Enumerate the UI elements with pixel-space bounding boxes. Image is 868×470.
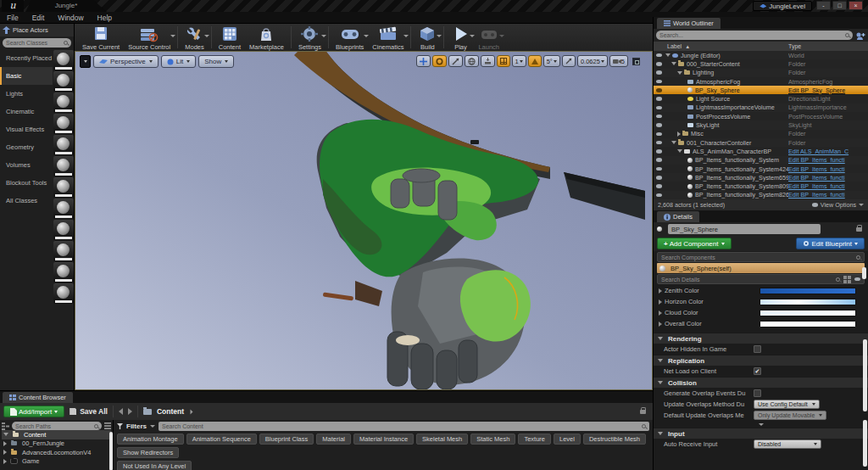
outliner-row[interactable]: MiscFolder [654,130,868,138]
category-geometry[interactable]: Geometry [0,138,53,156]
filter-chip[interactable]: Level [554,434,581,445]
filter-chip[interactable]: Animation Sequence [186,434,257,445]
perspective-button[interactable]: Perspective [93,55,159,68]
outliner-row[interactable]: PostProcessVolumePostProcessVolume [654,112,868,120]
breadcrumb-caret-icon[interactable] [191,409,193,414]
actor-thumbnail[interactable] [53,156,74,176]
filters-button[interactable]: Filters [126,422,147,430]
lock-icon[interactable] [640,410,646,414]
filter-chip[interactable]: Static Mesh [470,434,515,445]
build-button[interactable]: Build [414,25,441,51]
source-control-button[interactable]: Source Control [124,25,175,51]
outliner-row[interactable]: BP_Items_functionally_System8094Edit BP_… [654,182,868,190]
outliner-row[interactable]: BP_Items_functionally_System6596Edit BP_… [654,173,868,182]
visibility-eye-icon[interactable] [656,193,662,198]
zenith-color-swatch[interactable] [760,288,856,294]
scale-snap-value[interactable]: 0.0625 [577,55,608,67]
lit-mode-button[interactable]: Lit [161,55,196,68]
category-cinematic[interactable]: Cinematic [0,103,53,120]
visibility-eye-icon[interactable] [656,149,662,154]
visibility-eye-icon[interactable] [656,115,662,119]
horizon-color-swatch[interactable] [760,299,856,305]
filter-chip[interactable]: Texture [518,434,551,445]
scale-snap-toggle[interactable] [562,55,576,67]
display-filter-icon[interactable] [843,276,851,283]
details-tab[interactable]: Details [657,211,699,222]
details-scrollbar[interactable] [863,420,867,467]
settings-button[interactable]: Settings [294,25,326,51]
project-tab[interactable]: Jungle* [25,0,107,12]
outliner-row[interactable]: Jungle (Editor)World [654,51,868,59]
section-collision[interactable]: Collision [654,377,868,388]
save-all-button[interactable]: Save All [70,407,108,416]
outliner-row[interactable]: 000_StarterContentFolder [654,59,868,68]
outliner-row[interactable]: ALS_AnimMan_CharacterBPEdit ALS_AnimMan_… [654,147,868,155]
filter-chip[interactable]: Show Redirectors [117,447,179,458]
search-classes-input[interactable]: Search Classes [3,38,71,48]
content-browser-tab[interactable]: Content Browser [3,392,73,403]
content-button[interactable]: Content [214,25,245,51]
auto-receive-dropdown[interactable]: Disabled [754,439,821,449]
filter-chip[interactable]: Material Instance [353,434,414,445]
launch-button[interactable]: Launch [474,25,504,51]
surface-snap-button[interactable] [481,55,495,67]
actor-thumbnail[interactable] [53,50,74,70]
category-recently-placed[interactable]: Recently Placed [0,49,53,67]
tree-item-fernjungle[interactable]: 00_FernJungle [2,439,111,449]
actor-thumbnail[interactable] [53,92,74,113]
save-current-button[interactable]: Save Current [78,25,124,51]
tree-item-advancedlocomotion[interactable]: AdvancedLocomotionV4 [2,448,111,457]
actor-thumbnail[interactable] [53,262,74,283]
category-lights[interactable]: Lights [0,85,53,103]
visibility-eye-icon[interactable] [656,80,662,84]
close-button[interactable]: × [849,1,863,10]
back-button[interactable] [119,408,123,415]
outliner-row[interactable]: SkyLightSkyLight [654,120,868,129]
collision-expander[interactable] [654,421,868,428]
overall-color-swatch[interactable] [760,321,856,327]
menu-help[interactable]: Help [97,14,112,22]
search-details-input[interactable]: Search Details [657,274,865,284]
maximize-viewport-button[interactable] [632,58,640,65]
outliner-row[interactable]: BP_Items_functionally_System4246Edit BP_… [654,165,868,173]
eye-icon[interactable] [854,277,860,282]
tree-item-game[interactable]: Game [2,457,111,467]
property-row-overall[interactable]: Overall Color [654,318,868,329]
scale-tool-button[interactable] [448,55,463,67]
visibility-eye-icon[interactable] [656,158,662,162]
category-basic[interactable]: Basic [0,67,53,85]
restore-button[interactable]: □ [832,1,847,10]
outliner-column-header[interactable]: Label ▲ Type [654,42,868,51]
grid-snap-value[interactable]: 1 [512,55,526,67]
visibility-eye-icon[interactable] [656,88,662,92]
section-input[interactable]: Input [654,428,868,439]
outliner-search-input[interactable]: Search... [656,31,853,40]
breadcrumb[interactable]: Content [157,407,184,416]
sources-scrollbar[interactable] [109,432,113,470]
outliner-row[interactable]: 001_CharacterContollerFolder [654,138,868,147]
menu-window[interactable]: Window [58,14,83,22]
search-content-input[interactable]: Search Content [159,422,649,431]
property-row-cloud[interactable]: Cloud Color [654,307,868,318]
actor-thumbnail[interactable] [53,199,74,219]
actor-thumbnail[interactable] [53,177,74,198]
visibility-eye-icon[interactable] [656,167,662,171]
edit-blueprint-button[interactable]: Edit Blueprint [796,238,865,249]
level-viewport[interactable]: Perspective Lit Show 1 5° [75,51,653,390]
translate-tool-button[interactable] [416,55,431,67]
actor-thumbnail[interactable] [53,114,74,134]
actor-thumbnail[interactable] [53,241,74,261]
category-volumes[interactable]: Volumes [0,156,53,174]
section-replication[interactable]: Replication [654,355,868,366]
rotation-snap-value[interactable]: 5° [543,55,560,67]
filter-chip[interactable]: Blueprint Class [259,434,314,445]
rotate-tool-button[interactable] [432,55,447,67]
visibility-eye-icon[interactable] [656,141,662,145]
visibility-eye-icon[interactable] [656,62,662,66]
visibility-eye-icon[interactable] [656,70,662,75]
filter-chip[interactable]: Animation Montage [117,434,184,445]
visibility-eye-icon[interactable] [656,53,662,58]
actor-thumbnail[interactable] [53,220,74,240]
marketplace-button[interactable]: Marketplace [245,25,288,51]
visibility-eye-icon[interactable] [656,123,662,127]
